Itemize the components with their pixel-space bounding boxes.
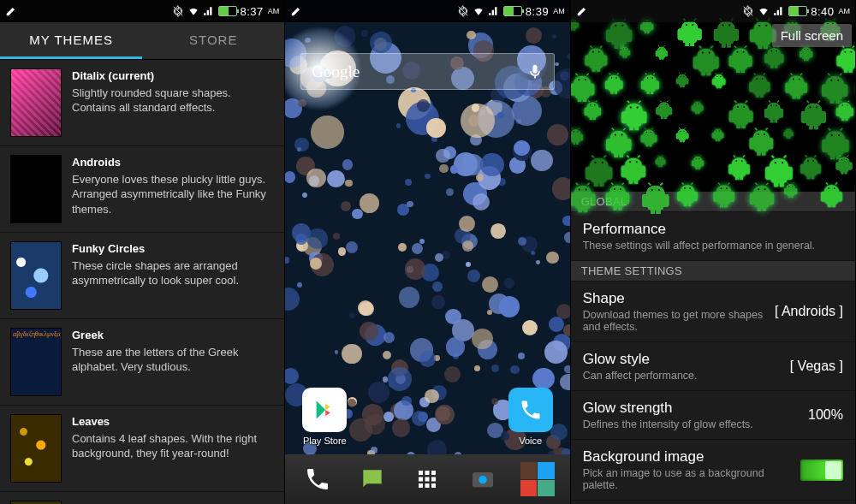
section-header-theme: THEME SETTINGS (571, 261, 855, 282)
wifi-icon (187, 5, 199, 17)
battery-icon (788, 6, 807, 16)
setting-desc: These settings will affect performance i… (583, 240, 843, 252)
no-sync-icon (457, 5, 469, 17)
clock-time: 8:40 (811, 5, 834, 18)
theme-title: Greek (72, 328, 274, 343)
tabs: MY THEMES STORE (0, 22, 284, 60)
dock-folder[interactable] (520, 461, 556, 497)
tab-store[interactable]: STORE (142, 22, 284, 59)
signal-icon (488, 5, 500, 17)
dock-phone[interactable] (300, 461, 336, 497)
list-item[interactable]: αβγδεζηθικλμνξοπρστυφχψω Greek These are… (0, 319, 284, 406)
google-logo: Google (312, 62, 360, 81)
status-bar: 8:40AM (571, 0, 855, 22)
setting-desc: Download themes to get more shapes and e… (583, 309, 766, 333)
setting-desc: Can affect performance. (583, 370, 782, 382)
theme-desc: Everyone loves these plucky little guys.… (72, 172, 274, 217)
theme-desc: These circle shapes are arranged asymmet… (72, 258, 274, 288)
list-item[interactable]: Ditalix (current) Slightly rounded squar… (0, 60, 284, 146)
app-label: Play Store (303, 436, 347, 446)
dock-camera[interactable] (465, 461, 501, 497)
toggle-on-icon[interactable] (800, 460, 843, 481)
clock-ampm: AM (553, 7, 565, 15)
theme-thumbnail (10, 241, 62, 310)
setting-title: Background image (583, 448, 792, 465)
tab-my-themes[interactable]: MY THEMES (0, 22, 142, 59)
list-item[interactable]: Leaves Contains 4 leaf shapes. With the … (0, 406, 284, 492)
app-play-store[interactable]: Play Store (300, 388, 348, 446)
theme-thumbnail (10, 501, 62, 504)
setting-performance[interactable]: Performance These settings will affect p… (571, 212, 855, 261)
list-item[interactable]: Funky Circles These circle shapes are ar… (0, 233, 284, 319)
setting-desc: Pick an image to use as a background pal… (583, 467, 792, 491)
screen-homescreen: 8:39AM Google Play Store Voice (285, 0, 570, 504)
wallpaper-preview[interactable] (571, 22, 855, 192)
theme-desc: Contains 4 leaf shapes. With the right b… (72, 431, 274, 461)
setting-title: Glow style (583, 351, 782, 368)
mic-icon[interactable] (526, 63, 544, 80)
theme-list[interactable]: Ditalix (current) Slightly rounded squar… (0, 60, 284, 504)
full-screen-button[interactable]: Full screen (772, 24, 852, 47)
voice-icon (508, 388, 553, 432)
wifi-icon (473, 5, 484, 17)
clock-time: 8:39 (526, 5, 549, 18)
signal-icon (203, 5, 215, 17)
app-label: Voice (519, 436, 542, 446)
list-item[interactable] (0, 492, 284, 504)
no-sync-icon (742, 5, 754, 17)
theme-desc: These are the letters of the Greek alpha… (72, 345, 274, 375)
setting-title: Glow strength (583, 400, 800, 417)
pencil-icon (5, 5, 17, 17)
setting-value: [ Androids ] (775, 304, 843, 319)
theme-title: Leaves (72, 414, 274, 430)
signal-icon (773, 5, 785, 17)
theme-thumbnail (10, 414, 62, 483)
setting-glow-strength[interactable]: Glow strength Defines the intensity of g… (571, 391, 855, 440)
pencil-icon (576, 5, 588, 17)
setting-title: Shape (583, 290, 766, 307)
battery-icon (218, 6, 237, 16)
setting-background-image[interactable]: Background image Pick an image to use as… (571, 440, 855, 501)
setting-glow-style[interactable]: Glow style Can affect performance. [ Veg… (571, 342, 855, 391)
app-voice[interactable]: Voice (507, 388, 555, 446)
setting-value: 100% (808, 407, 843, 423)
theme-desc: Slightly rounded square shapes. Contains… (72, 86, 274, 116)
setting-title: Performance (583, 221, 843, 238)
theme-title: Androids (72, 155, 274, 170)
theme-title: Ditalix (current) (72, 68, 274, 84)
dock (285, 454, 569, 504)
no-sync-icon (172, 5, 184, 17)
theme-thumbnail (10, 155, 62, 223)
clock-time: 8:37 (241, 5, 264, 18)
clock-ampm: AM (268, 7, 280, 15)
status-bar: 8:39AM (285, 0, 569, 22)
dock-apps[interactable] (409, 461, 445, 497)
wifi-icon (758, 5, 770, 17)
setting-desc: Defines the intensity of glow effects. (583, 418, 800, 430)
status-bar: 8:37AM (0, 0, 284, 22)
theme-thumbnail (10, 68, 62, 137)
clock-ampm: AM (838, 7, 850, 15)
theme-title: Funky Circles (72, 241, 274, 257)
setting-value: [ Vegas ] (790, 359, 843, 374)
battery-icon (503, 6, 522, 16)
setting-shape[interactable]: Shape Download themes to get more shapes… (571, 282, 855, 342)
google-search-widget[interactable]: Google (300, 53, 554, 90)
play-store-icon (302, 388, 347, 432)
dock-messages[interactable] (354, 461, 390, 497)
home-icons-row: Play Store Voice (285, 388, 569, 446)
pencil-icon (290, 5, 302, 17)
theme-thumbnail: αβγδεζηθικλμνξοπρστυφχψω (10, 328, 62, 396)
list-item[interactable]: Androids Everyone loves these plucky lit… (0, 146, 284, 233)
screen-settings: 8:40AM Full screen GLOBAL Performance Th… (571, 0, 856, 504)
screen-themes: 8:37AM MY THEMES STORE Ditalix (current)… (0, 0, 285, 504)
